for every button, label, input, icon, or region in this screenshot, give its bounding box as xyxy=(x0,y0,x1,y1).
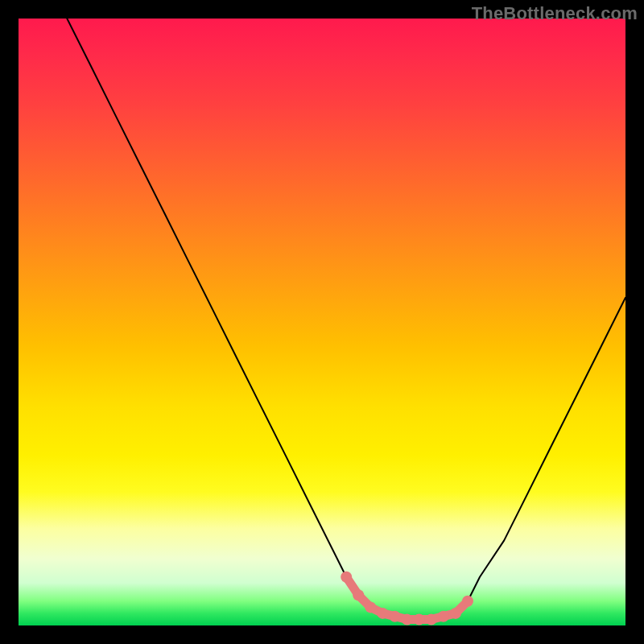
highlight-dot xyxy=(402,614,413,625)
curve-line xyxy=(67,19,625,620)
highlight-dot xyxy=(377,608,388,619)
highlight-dot xyxy=(462,596,473,607)
plot-area xyxy=(19,19,625,625)
chart-frame: TheBottleneck.com xyxy=(0,0,644,644)
highlight-dot xyxy=(365,601,376,613)
highlight-dot xyxy=(341,572,352,583)
highlight-dot xyxy=(426,614,437,625)
highlight-dot xyxy=(414,614,425,625)
highlight-stroke xyxy=(346,577,468,620)
highlight-dot xyxy=(438,611,449,622)
highlight-dot xyxy=(390,611,401,622)
bottleneck-curve xyxy=(19,19,625,625)
watermark-text: TheBottleneck.com xyxy=(472,3,638,24)
highlight-dot xyxy=(353,589,364,601)
highlight-markers xyxy=(341,572,473,625)
highlight-dot xyxy=(450,608,461,619)
